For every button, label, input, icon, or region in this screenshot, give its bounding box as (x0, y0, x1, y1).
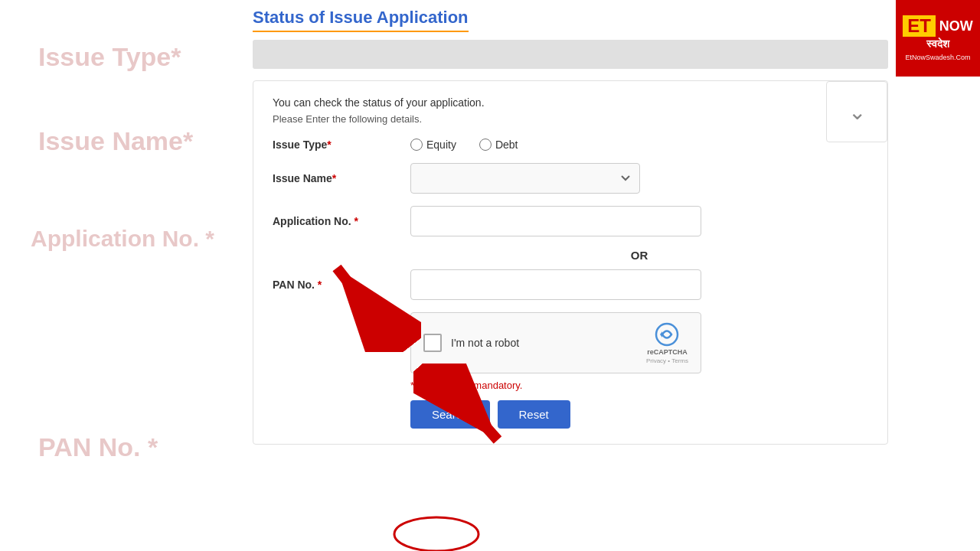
equity-option[interactable]: Equity (410, 139, 456, 151)
mandatory-note: * All fields are mandatory. (410, 380, 868, 391)
pan-no-input[interactable] (410, 269, 701, 300)
issue-type-row: Issue Type* Equity Debt (273, 139, 868, 151)
main-content: Status of Issue Application ⌄ You can ch… (253, 0, 888, 452)
now-text: NOW (939, 18, 973, 34)
svg-point-0 (656, 324, 678, 345)
application-no-label: Application No. * (273, 215, 410, 227)
recaptcha-logo: reCAPTCHA Privacy • Terms (646, 322, 688, 364)
issue-type-bar (253, 40, 888, 69)
bg-pan-no: PAN No. * (38, 432, 158, 462)
et-text: ET (903, 15, 936, 37)
reset-button[interactable]: Reset (498, 400, 570, 429)
bg-application-no: Application No. * (31, 226, 214, 252)
form-card: ⌄ You can check the status of your appli… (253, 80, 888, 445)
recaptcha-checkbox[interactable] (423, 334, 442, 352)
page-title: Status of Issue Application (253, 8, 469, 32)
chevron-down-icon: ⌄ (848, 99, 866, 125)
form-subtitle2: Please Enter the following details. (273, 113, 868, 125)
et-now-logo: ET NOW स्वदेश EtNowSwadesh.Com (896, 0, 980, 77)
search-button[interactable]: Search (410, 400, 490, 429)
debt-label: Debt (495, 139, 518, 151)
debt-option[interactable]: Debt (479, 139, 518, 151)
issue-name-label: Issue Name* (273, 172, 410, 184)
issue-name-row: Issue Name* (273, 163, 868, 194)
issue-type-label: Issue Type* (273, 139, 410, 151)
recaptcha-box[interactable]: I'm not a robot reCAPTCHA Privacy • Term… (410, 312, 701, 373)
et-logo-top: ET NOW (903, 15, 973, 37)
bg-issue-type: Issue Type* (38, 42, 181, 72)
background-labels: Issue Type* Issue Name* Application No. … (0, 0, 237, 551)
application-no-row: Application No. * (273, 206, 868, 236)
svg-point-4 (394, 517, 479, 551)
debt-radio[interactable] (479, 139, 492, 151)
or-divider: OR (410, 249, 868, 262)
recaptcha-brand: reCAPTCHA (647, 348, 688, 356)
svg-marker-1 (660, 331, 662, 337)
application-no-input[interactable] (410, 206, 701, 236)
bg-issue-name: Issue Name* (38, 126, 193, 156)
dropdown-toggle-button[interactable]: ⌄ (826, 81, 887, 142)
equity-radio[interactable] (410, 139, 423, 151)
issue-name-select[interactable] (410, 163, 640, 194)
et-domain: EtNowSwadesh.Com (905, 54, 970, 61)
pan-no-row: PAN No. * (273, 269, 868, 300)
pan-no-label: PAN No. * (273, 279, 410, 291)
recaptcha-text: I'm not a robot (451, 337, 637, 349)
form-subtitle: You can check the status of your applica… (273, 96, 868, 109)
recaptcha-icon (655, 322, 679, 347)
issue-type-radio-group: Equity Debt (410, 139, 518, 151)
equity-label: Equity (426, 139, 456, 151)
search-circle-annotation (390, 513, 482, 551)
button-row: Search Reset (410, 400, 868, 429)
recaptcha-links: Privacy • Terms (646, 357, 688, 364)
swadesh-text: स्वदेश (926, 38, 949, 51)
